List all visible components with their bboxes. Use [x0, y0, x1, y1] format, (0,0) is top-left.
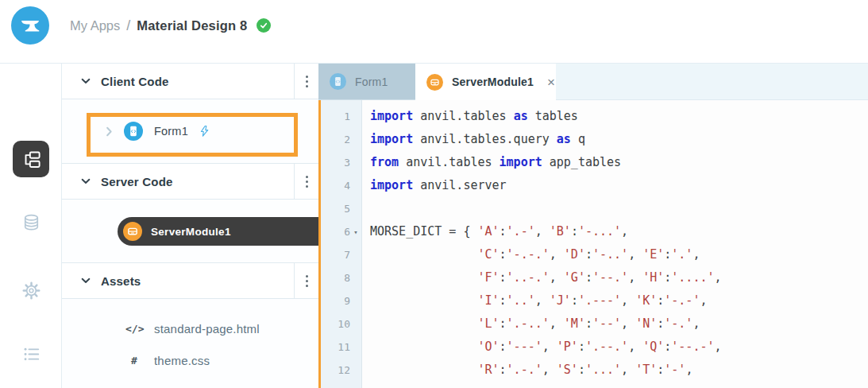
line-number: 11 [321, 336, 361, 359]
server-icon [426, 74, 443, 91]
hash-icon: # [125, 355, 143, 367]
close-icon[interactable]: × [547, 76, 555, 89]
tree-item-label: theme.css [154, 354, 210, 367]
breadcrumb-separator: / [126, 17, 130, 34]
tree-item-theme-css[interactable]: # theme.css [62, 350, 318, 371]
tab-label: ServerModule1 [452, 76, 534, 88]
code-line[interactable]: 'L':'.-..', 'M':'--', 'N':'-.', [370, 312, 868, 336]
sidebar-item-app-structure[interactable] [13, 141, 49, 177]
line-number: 2 [321, 128, 361, 151]
tree-item-standard-page-html[interactable]: </> standard-page.html [62, 318, 318, 339]
line-number: 9 [321, 289, 361, 312]
database-icon [20, 211, 43, 235]
section-header-assets[interactable]: Assets [62, 263, 318, 299]
line-number: 6▾ [321, 220, 361, 243]
line-number: 10 [321, 312, 361, 336]
form-icon [330, 73, 346, 90]
chevron-down-icon [81, 178, 91, 184]
breadcrumb: My Apps / Material Design 8 [70, 0, 271, 51]
assets-items: </> standard-page.html # theme.css [62, 299, 318, 388]
gutter: 123456▾789101112 [321, 100, 362, 388]
sidebar-item-settings[interactable] [14, 273, 48, 308]
tree-icon [21, 149, 42, 170]
tree-item-label: ServerModule1 [151, 226, 231, 238]
line-number: 7 [321, 243, 361, 266]
line-number: 3 [321, 151, 361, 174]
sidebar-item-data-tables[interactable] [14, 205, 48, 240]
code-line[interactable]: from anvil.tables import app_tables [370, 151, 868, 174]
line-number: 1 [321, 105, 361, 128]
form-icon [124, 122, 143, 141]
top-header: My Apps / Material Design 8 [0, 0, 868, 64]
server-code-items: ServerModule1 [62, 200, 318, 263]
section-label: Client Code [101, 75, 169, 88]
code-area[interactable]: import anvil.tables as tablesimport anvi… [362, 100, 868, 388]
sidebar-item-logs[interactable] [14, 336, 48, 371]
code-line[interactable]: 'I':'..', 'J':'.---', 'K':'-.-', [370, 289, 868, 312]
section-header-server-code[interactable]: Server Code [62, 164, 318, 200]
lightning-icon[interactable] [199, 125, 210, 138]
kebab-menu-icon[interactable] [294, 263, 318, 298]
code-line[interactable]: import anvil.tables.query as q [370, 128, 868, 151]
code-line[interactable]: 'O':'---', 'P':'.--.', 'Q':'--.-', [370, 336, 868, 359]
chevron-right-icon[interactable] [106, 126, 113, 137]
kebab-menu-icon[interactable] [294, 64, 318, 99]
chevron-down-icon [81, 78, 91, 84]
code-line[interactable] [370, 197, 868, 220]
section-header-client-code[interactable]: Client Code [62, 64, 318, 99]
tree-item-form1[interactable]: Form1 [62, 99, 318, 163]
code-line[interactable]: 'F':'..-.', 'G':'--.', 'H':'....', [370, 266, 868, 289]
code-line[interactable]: MORSE_DICT = { 'A':'.-', 'B':'-...', [370, 220, 868, 243]
code-editor: 123456▾789101112 import anvil.tables as … [318, 100, 868, 388]
file-tree-panel: Client Code Form1 Server Code [62, 64, 318, 388]
line-number: 4 [321, 174, 361, 197]
kebab-menu-icon[interactable] [294, 164, 318, 199]
tree-item-servermodule1[interactable]: ServerModule1 [118, 217, 318, 246]
app-title[interactable]: Material Design 8 [137, 18, 247, 33]
code-line[interactable]: 'C':'-.-.', 'D':'-..', 'E':'.', [370, 243, 868, 266]
line-number: 5 [321, 197, 361, 220]
section-label: Assets [101, 274, 141, 288]
activity-bar [0, 64, 62, 388]
line-number: 12 [321, 359, 361, 382]
anvil-icon [18, 14, 42, 37]
html-icon: </> [125, 323, 143, 335]
code-line[interactable]: import anvil.server [370, 174, 868, 197]
section-label: Server Code [101, 175, 173, 188]
line-number: 8 [321, 266, 361, 289]
code-line[interactable]: import anvil.tables as tables [370, 105, 868, 128]
code-line[interactable]: 'R':'.-.', 'S':'...', 'T':'-', [370, 359, 868, 382]
tab-bar-filler [556, 64, 868, 100]
tab-label: Form1 [355, 76, 388, 88]
gear-icon [20, 279, 43, 302]
tree-item-label: standard-page.html [154, 322, 260, 336]
client-code-items: Form1 [62, 99, 318, 164]
saved-check-icon [257, 18, 271, 33]
tab-servermodule1[interactable]: ServerModule1 × [415, 64, 556, 100]
editor-pane: Form1 ServerModule1 × 123456▾789101112 i… [318, 64, 868, 388]
anvil-ide: My Apps / Material Design 8 [0, 0, 868, 388]
server-icon [123, 222, 142, 241]
tab-form1[interactable]: Form1 [318, 64, 415, 100]
tab-bar: Form1 ServerModule1 × [318, 64, 868, 100]
fold-arrow-icon[interactable]: ▾ [350, 228, 361, 236]
chevron-down-icon [81, 277, 91, 284]
anvil-logo[interactable] [11, 6, 49, 45]
list-icon [20, 343, 43, 366]
breadcrumb-my-apps[interactable]: My Apps [70, 18, 120, 33]
tree-item-label: Form1 [154, 125, 188, 138]
annotation-highlight-rail [318, 100, 321, 388]
